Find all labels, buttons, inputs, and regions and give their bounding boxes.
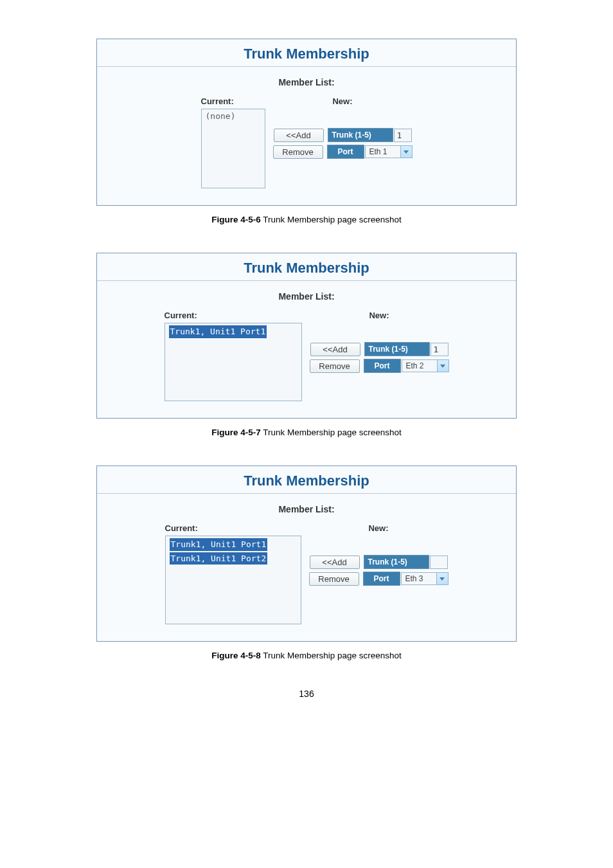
figure-caption-2: Figure 4-5-7 Trunk Membership page scree…	[96, 428, 517, 437]
add-button[interactable]: <<Add	[310, 556, 360, 569]
trunk-membership-panel-2: Trunk Membership Member List: Current: T…	[96, 253, 517, 419]
port-select[interactable]: Eth 3	[401, 572, 449, 585]
trunk-input[interactable]	[394, 129, 412, 142]
remove-button[interactable]: Remove	[310, 359, 360, 373]
current-label: Current:	[164, 311, 197, 320]
port-select-value: Eth 1	[365, 145, 401, 158]
current-listbox[interactable]: Trunk1, Unit1 Port1 Trunk1, Unit1 Port2	[165, 536, 301, 624]
port-label: Port	[364, 359, 401, 373]
port-select[interactable]: Eth 1	[365, 145, 413, 158]
add-button[interactable]: <<Add	[274, 129, 324, 142]
trunk-membership-panel-3: Trunk Membership Member List: Current: T…	[96, 466, 517, 642]
new-label: New:	[369, 311, 389, 320]
chevron-down-icon	[401, 145, 413, 158]
current-label: Current:	[165, 523, 198, 533]
listbox-item: Trunk1, Unit1 Port1	[170, 538, 268, 551]
port-label: Port	[363, 572, 400, 586]
port-label: Port	[327, 145, 364, 159]
panel-title: Trunk Membership	[97, 466, 516, 494]
trunk-input[interactable]	[430, 556, 448, 569]
member-list-label: Member List:	[112, 504, 501, 514]
current-label: Current:	[201, 96, 234, 106]
panel-title: Trunk Membership	[97, 253, 516, 281]
add-button[interactable]: <<Add	[310, 343, 360, 356]
trunk-label: Trunk (1-5)	[364, 555, 429, 569]
trunk-input[interactable]	[431, 343, 449, 356]
page-number: 136	[96, 689, 517, 699]
new-label: New:	[332, 96, 352, 106]
figure-caption-3: Figure 4-5-8 Trunk Membership page scree…	[96, 651, 517, 660]
member-list-label: Member List:	[112, 291, 501, 302]
current-listbox[interactable]: Trunk1, Unit1 Port1	[164, 323, 302, 401]
port-select[interactable]: Eth 2	[402, 359, 449, 372]
figure-caption-1: Figure 4-5-6 Trunk Membership page scree…	[96, 215, 517, 224]
chevron-down-icon	[438, 359, 449, 372]
port-select-value: Eth 3	[401, 572, 437, 585]
listbox-item: Trunk1, Unit1 Port1	[169, 325, 267, 338]
remove-button[interactable]: Remove	[309, 572, 359, 586]
trunk-label: Trunk (1-5)	[328, 128, 393, 142]
remove-button[interactable]: Remove	[273, 145, 323, 159]
current-listbox[interactable]: (none)	[201, 109, 265, 188]
trunk-label: Trunk (1-5)	[364, 342, 430, 356]
port-select-value: Eth 2	[402, 359, 438, 372]
panel-title: Trunk Membership	[97, 39, 516, 67]
new-label: New:	[368, 523, 388, 533]
chevron-down-icon	[437, 572, 449, 585]
trunk-membership-panel-1: Trunk Membership Member List: Current: (…	[96, 39, 517, 206]
member-list-label: Member List:	[112, 77, 501, 87]
listbox-item: (none)	[206, 111, 236, 121]
listbox-item: Trunk1, Unit1 Port2	[170, 552, 268, 565]
